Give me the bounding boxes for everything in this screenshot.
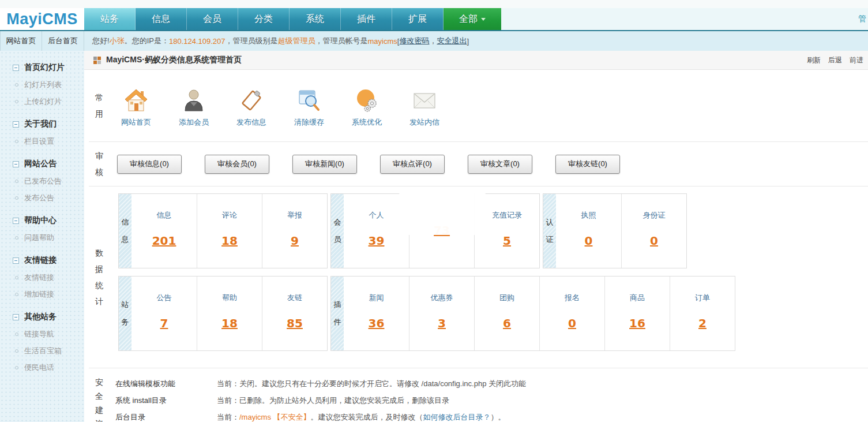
stat-value-link[interactable]: 0: [650, 234, 658, 248]
stat-name: 评论: [222, 210, 237, 221]
sidebar-item-add-link[interactable]: 增加链接: [0, 286, 84, 303]
admin-link[interactable]: 管: [858, 14, 866, 24]
nav-tab-label: 站务: [100, 13, 119, 25]
section-label-common: 常用: [89, 70, 107, 141]
stat-value-link[interactable]: 6: [503, 316, 511, 330]
audit-review-button[interactable]: 审核点评(0): [380, 155, 445, 174]
sidebar-item-slide-list[interactable]: 幻灯片列表: [0, 76, 84, 93]
nav-tab-extensions[interactable]: 扩展: [392, 8, 444, 30]
back-button[interactable]: 后退: [828, 55, 842, 65]
sidebar-group-title-about[interactable]: 关于我们: [0, 115, 84, 133]
stat-value-link[interactable]: 85: [287, 316, 303, 330]
stat-cell: 信息201: [131, 194, 197, 268]
sidebar-item-label: 幻灯片列表: [24, 80, 62, 90]
stat-value-link[interactable]: 3: [438, 316, 446, 330]
stat-value-link[interactable]: 2: [698, 316, 707, 330]
collapse-icon: [13, 218, 19, 224]
sidebar-item-link-nav[interactable]: 链接导航: [0, 326, 84, 342]
stat-value-link[interactable]: 0: [568, 316, 576, 330]
shortcut-send-message[interactable]: 发站内信: [396, 87, 453, 128]
shortcut-system-optimize[interactable]: 系统优化: [338, 87, 396, 128]
stat-value-link[interactable]: 5: [503, 234, 511, 248]
grid-icon: [93, 57, 101, 64]
nav-tab-all[interactable]: 全部: [444, 8, 501, 30]
sidebar-item-label: 已发布公告: [24, 176, 62, 186]
stat-value-link[interactable]: 7: [160, 316, 168, 330]
sidebar-item-label: 问题帮助: [24, 233, 54, 243]
stat-group-label-info: 信息: [119, 194, 131, 268]
change-password-link[interactable]: 修改密码: [399, 36, 429, 46]
stat-value-link[interactable]: 36: [369, 316, 385, 330]
security-row-template-edit: 在线编辑模板功能当前：关闭。建议您只有在十分必要的时候才开启它。请修改 /dat…: [107, 375, 868, 392]
sidebar-group-title-friend-links[interactable]: 友情链接: [0, 252, 84, 269]
label-char: 常: [95, 89, 107, 106]
greeting-part: 。您的IP是：: [125, 36, 169, 46]
page-title: MayiCMS·蚂蚁分类信息系统管理首页: [106, 55, 242, 65]
nav-tab-info[interactable]: 信息: [136, 8, 187, 30]
label-char: 用: [95, 106, 107, 122]
stat-value-link[interactable]: 18: [221, 234, 238, 248]
label-char: 据: [95, 261, 107, 277]
stat-value-link[interactable]: 9: [291, 234, 299, 248]
stat-name: 商品: [630, 293, 645, 303]
security-help-link[interactable]: 如何修改后台目录？: [423, 413, 491, 421]
sidebar-group-title-help[interactable]: 帮助中心: [0, 212, 84, 229]
topbar-tab-site-home[interactable]: 网站首页: [0, 31, 42, 51]
stat-value-link[interactable]: 73: [434, 223, 450, 237]
logout-link[interactable]: 安全退出: [437, 36, 467, 46]
nav-tab-plugins[interactable]: 插件: [341, 8, 392, 30]
topbar-tab-admin-home[interactable]: 后台首页: [42, 31, 84, 51]
stat-value-link[interactable]: 201: [152, 234, 176, 248]
audit-news-button[interactable]: 审核新闻(0): [292, 155, 357, 174]
audit-member-button[interactable]: 审核会员(0): [205, 155, 269, 174]
sidebar-item-friend-link-list[interactable]: 友情链接: [0, 269, 84, 286]
nav-tab-label: 全部: [459, 13, 478, 25]
stat-group-plugin: 插件新闻36优惠券3团购6报名0商品16订单2: [330, 276, 735, 351]
audit-links-button[interactable]: 审核友链(0): [555, 155, 620, 174]
shortcut-clear-cache[interactable]: 清除缓存: [280, 87, 338, 128]
sidebar-item-slide-upload[interactable]: 上传幻灯片: [0, 93, 84, 110]
nav-tab-system[interactable]: 系统: [290, 8, 341, 30]
security-desc-part: ）。: [491, 413, 506, 421]
security-row-desc: 当前：已删除。为防止站外人员利用，建议您安装完成后，删除该目录: [217, 392, 449, 409]
stat-value-link[interactable]: 18: [221, 316, 238, 330]
sidebar-group-label: 友情链接: [24, 255, 57, 266]
shortcut-add-member[interactable]: 添加会员: [165, 87, 223, 128]
nav-tab-members[interactable]: 会员: [187, 8, 238, 30]
home-icon: [123, 87, 149, 115]
topbar: 网站首页后台首页 您好! 小张。您的IP是：180.124.109.207，管理…: [0, 31, 868, 51]
label-char: 息: [122, 231, 129, 248]
sidebar-item-column-settings[interactable]: 栏目设置: [0, 133, 84, 150]
sidebar-item-question-help[interactable]: 问题帮助: [0, 229, 84, 246]
nav-tab-categories[interactable]: 分类: [238, 8, 290, 30]
shortcut-site-home[interactable]: 网站首页: [107, 87, 165, 128]
sidebar-item-phone-numbers[interactable]: 便民电话: [0, 359, 84, 376]
bullet-icon: [15, 180, 18, 183]
security-row-admin-dir: 后台目录当前：/mayicms 【不安全】。建议您安装完成后，及时修改（如何修改…: [107, 409, 868, 422]
section-label-security: 安全建议: [89, 373, 107, 422]
forward-button[interactable]: 前进: [850, 55, 863, 65]
label-char: 统: [95, 277, 107, 293]
clipboard-icon: [238, 87, 265, 115]
shortcut-publish-info[interactable]: 发布信息: [223, 87, 280, 128]
security-row-desc: 当前：/mayicms 【不安全】。建议您安装完成后，及时修改（如何修改后台目录…: [217, 409, 506, 422]
refresh-button[interactable]: 刷新: [807, 55, 821, 65]
section-stats: 数据统计 信息信息201评论18举报9会员个人3973充值记录5认证执照0身份证…: [89, 186, 868, 368]
sidebar-item-publish-announcement[interactable]: 发布公告: [0, 189, 84, 206]
sidebar-item-life-toolbox[interactable]: 生活百宝箱: [0, 342, 84, 359]
audit-article-button[interactable]: 审核文章(0): [468, 155, 532, 174]
nav-tab-site-affairs[interactable]: 站务: [84, 8, 136, 30]
stat-value-link[interactable]: 16: [629, 316, 645, 330]
audit-info-button[interactable]: 审核信息(0): [117, 155, 182, 174]
stat-value-link[interactable]: 39: [369, 234, 385, 248]
bullet-icon: [15, 333, 18, 336]
sidebar-item-label: 增加链接: [24, 289, 54, 300]
security-desc-part: 【不安全】: [273, 413, 311, 421]
sidebar-item-published-announcements[interactable]: 已发布公告: [0, 173, 84, 189]
sidebar-group-title-slides[interactable]: 首页幻灯片: [0, 59, 84, 76]
security-row-name: 后台目录: [115, 409, 217, 422]
sidebar-group-title-other[interactable]: 其他站务: [0, 308, 84, 326]
stat-value-link[interactable]: 0: [585, 234, 593, 248]
greeting-part: ，管理员帐号是: [315, 36, 368, 46]
sidebar-group-title-announcements[interactable]: 网站公告: [0, 155, 84, 173]
